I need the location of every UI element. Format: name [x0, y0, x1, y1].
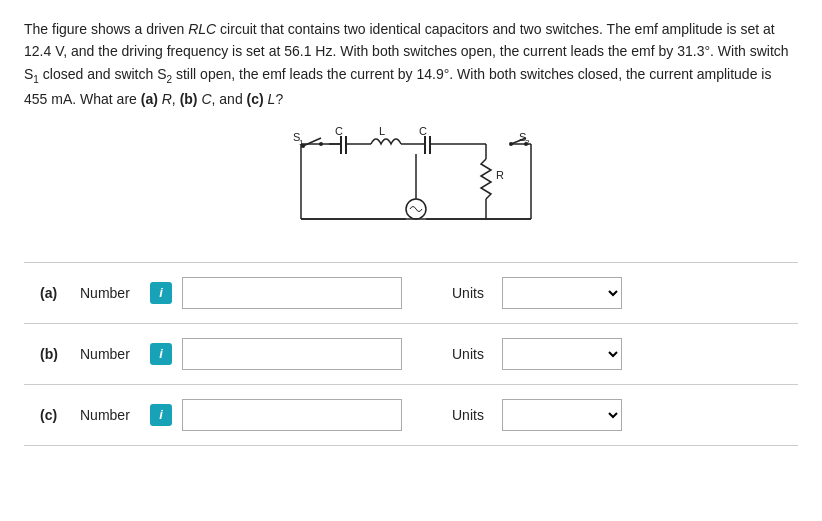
number-input-b[interactable] — [182, 338, 402, 370]
svg-point-8 — [301, 144, 305, 148]
info-badge-c[interactable]: i — [150, 404, 172, 426]
circuit-svg: S 1 C L C — [241, 124, 581, 244]
answer-row-a: (a) Number i Units Ω kΩ mΩ — [24, 263, 798, 324]
units-label-a: Units — [452, 285, 492, 301]
units-select-a[interactable]: Ω kΩ mΩ — [502, 277, 622, 309]
answer-row-b: (b) Number i Units F mF μF nF pF — [24, 324, 798, 385]
row-label-b: (b) — [40, 346, 70, 362]
svg-point-31 — [524, 142, 528, 146]
svg-text:R: R — [496, 169, 504, 181]
units-select-c[interactable]: H mH μH — [502, 399, 622, 431]
svg-point-9 — [319, 142, 323, 146]
row-label-a: (a) — [40, 285, 70, 301]
row-type-c: Number — [80, 407, 140, 423]
svg-text:C: C — [335, 125, 343, 137]
svg-text:L: L — [379, 125, 385, 137]
row-type-a: Number — [80, 285, 140, 301]
units-select-b[interactable]: F mF μF nF pF — [502, 338, 622, 370]
answer-row-c: (c) Number i Units H mH μH — [24, 385, 798, 446]
svg-text:C: C — [419, 125, 427, 137]
number-input-c[interactable] — [182, 399, 402, 431]
info-badge-b[interactable]: i — [150, 343, 172, 365]
units-label-c: Units — [452, 407, 492, 423]
svg-point-30 — [509, 142, 513, 146]
svg-line-7 — [303, 138, 321, 146]
number-input-a[interactable] — [182, 277, 402, 309]
answer-rows: (a) Number i Units Ω kΩ mΩ (b) Number i … — [24, 262, 798, 446]
info-badge-a[interactable]: i — [150, 282, 172, 304]
circuit-diagram: S 1 C L C — [24, 124, 798, 244]
row-label-c: (c) — [40, 407, 70, 423]
problem-text: The figure shows a driven RLC circuit th… — [24, 18, 798, 110]
units-label-b: Units — [452, 346, 492, 362]
main-container: The figure shows a driven RLC circuit th… — [0, 0, 822, 456]
row-type-b: Number — [80, 346, 140, 362]
